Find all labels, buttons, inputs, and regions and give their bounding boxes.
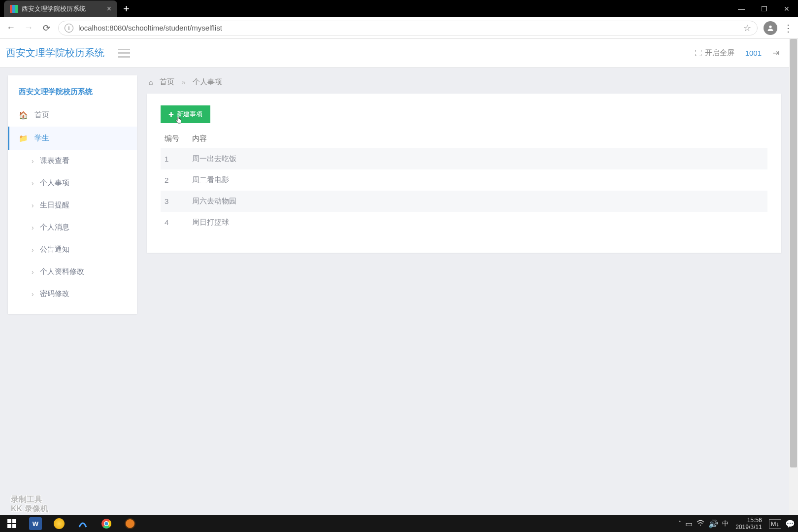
browser-tab-strip: 西安文理学院校历系统 × + — ❐ ✕ xyxy=(0,0,798,17)
close-tab-icon[interactable]: × xyxy=(107,4,111,13)
plus-icon: ✚ xyxy=(168,111,174,118)
content-card: ✚ 新建事项 编号 内容 1周一出去吃饭 2周二看电影 3周六去动物园 4周日打… xyxy=(147,94,781,253)
sidebar-sub-messages[interactable]: ›个人消息 xyxy=(8,216,137,238)
sidebar-sub-profile-edit[interactable]: ›个人资料修改 xyxy=(8,261,137,283)
window-maximize-button[interactable]: ❐ xyxy=(753,0,775,17)
breadcrumb-current: 个人事项 xyxy=(193,77,222,87)
profile-avatar-icon[interactable] xyxy=(764,21,777,35)
battery-icon[interactable]: ▭ xyxy=(685,519,693,529)
table-row[interactable]: 4周日打篮球 xyxy=(161,212,767,233)
taskbar-app-2[interactable] xyxy=(47,515,71,532)
items-table: 编号 内容 1周一出去吃饭 2周二看电影 3周六去动物园 4周日打篮球 xyxy=(161,129,767,233)
home-icon: 🏠 xyxy=(19,111,28,120)
back-button[interactable]: ← xyxy=(5,22,17,34)
sidebar-sub-schedule[interactable]: ›课表查看 xyxy=(8,150,137,172)
sidebar-item-student[interactable]: 📁 学生 xyxy=(8,127,137,150)
chevron-right-icon: › xyxy=(32,268,34,276)
window-minimize-button[interactable]: — xyxy=(730,0,753,17)
sidebar-sub-birthday[interactable]: ›生日提醒 xyxy=(8,194,137,216)
sidebar-item-label: 首页 xyxy=(34,110,49,120)
browser-tab[interactable]: 西安文理学院校历系统 × xyxy=(4,0,117,17)
system-tray: ˄ ▭ 🔊 中 15:56 2019/3/11 M↓ 💬 xyxy=(678,517,798,531)
breadcrumb: ⌂ 首页 » 个人事项 xyxy=(147,75,781,94)
reload-button[interactable]: ⟳ xyxy=(40,22,52,34)
tray-notification-icon[interactable]: M↓ xyxy=(769,519,781,529)
chevron-right-icon: › xyxy=(32,224,34,232)
taskbar-app-word[interactable]: W xyxy=(24,515,47,532)
chevron-right-icon: › xyxy=(32,201,34,209)
user-id[interactable]: 1001 xyxy=(745,49,762,57)
svg-rect-2 xyxy=(12,519,16,523)
url-text: localhost:8080/schooltime/student/myself… xyxy=(78,24,222,32)
sidebar-item-home[interactable]: 🏠 首页 xyxy=(8,103,137,127)
svg-text:W: W xyxy=(33,520,39,528)
sidebar-sub-personal-items[interactable]: ›个人事项 xyxy=(8,172,137,194)
tray-chevron-up-icon[interactable]: ˄ xyxy=(678,520,681,527)
table-row[interactable]: 3周六去动物园 xyxy=(161,191,767,212)
logout-icon[interactable]: ⇥ xyxy=(772,48,779,58)
table-row[interactable]: 1周一出去吃饭 xyxy=(161,148,767,169)
taskbar-app-3[interactable] xyxy=(71,515,95,532)
taskbar-app-chrome[interactable] xyxy=(95,515,118,532)
page-viewport: 西安文理学院校历系统 ⛶ 开启全屏 1001 ⇥ 西安文理学院校历系统 🏠 首页… xyxy=(0,39,789,515)
svg-rect-4 xyxy=(12,524,16,528)
windows-taskbar: W ˄ ▭ 🔊 中 15:56 2019/3/11 M↓ 💬 xyxy=(0,515,798,532)
chevron-right-icon: › xyxy=(32,246,34,254)
favicon-icon xyxy=(10,5,18,13)
folder-icon: 📁 xyxy=(19,134,28,143)
chevron-right-icon: › xyxy=(32,179,34,187)
window-close-button[interactable]: ✕ xyxy=(775,0,798,17)
site-info-icon[interactable]: i xyxy=(65,24,73,33)
svg-rect-1 xyxy=(7,519,11,523)
tab-title: 西安文理学院校历系统 xyxy=(22,4,103,13)
sidebar-sub-password[interactable]: ›密码修改 xyxy=(8,283,137,305)
watermark: 录制工具 KK 录像机 xyxy=(11,495,48,513)
svg-point-11 xyxy=(105,522,108,526)
fullscreen-label: 开启全屏 xyxy=(705,48,734,58)
browser-menu-icon[interactable]: ⋮ xyxy=(783,22,793,34)
sidebar-title: 西安文理学院校历系统 xyxy=(8,84,137,103)
volume-icon[interactable]: 🔊 xyxy=(708,519,718,529)
home-icon: ⌂ xyxy=(149,78,153,86)
taskbar-clock[interactable]: 15:56 2019/3/11 xyxy=(732,517,765,531)
breadcrumb-home[interactable]: 首页 xyxy=(160,77,174,87)
svg-rect-3 xyxy=(7,524,11,528)
chevron-right-icon: › xyxy=(32,290,34,298)
start-button[interactable] xyxy=(0,515,24,532)
scroll-thumb[interactable] xyxy=(790,39,797,467)
address-bar: ← → ⟳ i localhost:8080/schooltime/studen… xyxy=(0,17,798,39)
ime-indicator[interactable]: 中 xyxy=(722,519,729,528)
sidebar-toggle-icon[interactable] xyxy=(118,49,130,58)
sidebar-item-label: 学生 xyxy=(34,133,49,143)
sidebar-sub-announcements[interactable]: ›公告通知 xyxy=(8,238,137,261)
col-id: 编号 xyxy=(161,129,188,148)
url-field[interactable]: i localhost:8080/schooltime/student/myse… xyxy=(58,21,758,35)
app-brand: 西安文理学院校历系统 xyxy=(6,46,104,60)
taskbar-app-5[interactable] xyxy=(118,515,142,532)
svg-point-0 xyxy=(769,25,771,28)
new-tab-button[interactable]: + xyxy=(117,0,135,17)
chevron-right-icon: › xyxy=(32,157,34,165)
vertical-scrollbar[interactable] xyxy=(789,39,798,515)
table-row[interactable]: 2周二看电影 xyxy=(161,169,767,191)
add-button-label: 新建事项 xyxy=(177,110,202,119)
main-panel: ⌂ 首页 » 个人事项 ✚ 新建事项 编号 内容 xyxy=(147,75,781,253)
app-header: 西安文理学院校历系统 ⛶ 开启全屏 1001 ⇥ xyxy=(0,39,789,67)
add-item-button[interactable]: ✚ 新建事项 xyxy=(161,105,210,123)
wifi-icon[interactable] xyxy=(697,519,704,528)
fullscreen-button[interactable]: ⛶ 开启全屏 xyxy=(695,48,734,58)
svg-point-12 xyxy=(700,525,701,526)
action-center-icon[interactable]: 💬 xyxy=(785,519,795,529)
bookmark-star-icon[interactable]: ☆ xyxy=(743,23,751,33)
col-content: 内容 xyxy=(188,129,767,148)
forward-button[interactable]: → xyxy=(23,22,34,34)
breadcrumb-separator: » xyxy=(181,78,185,86)
expand-icon: ⛶ xyxy=(695,49,702,57)
sidebar: 西安文理学院校历系统 🏠 首页 📁 学生 ›课表查看 ›个人事项 ›生日提醒 ›… xyxy=(8,75,137,314)
